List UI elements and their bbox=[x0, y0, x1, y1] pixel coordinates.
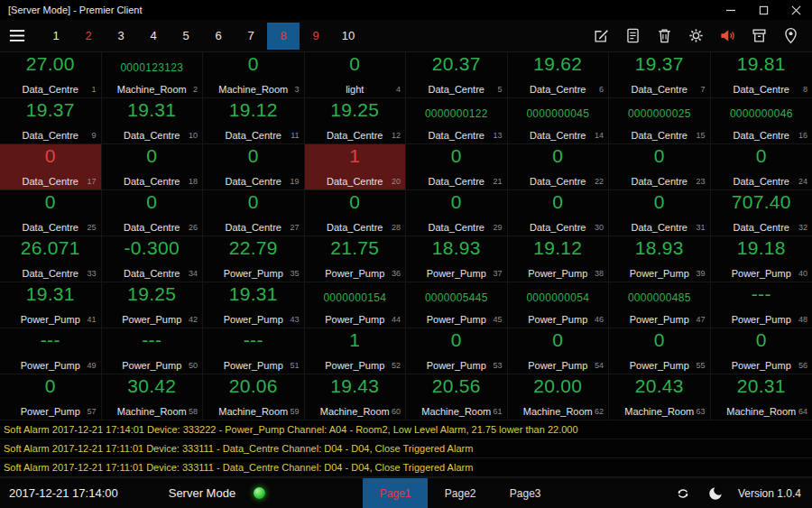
channel-tile[interactable]: 0000000154Power_Pump44 bbox=[305, 282, 407, 328]
channel-tile[interactable]: 0light4 bbox=[305, 52, 407, 98]
channel-tile[interactable]: 0000000054Power_Pump46 bbox=[508, 282, 610, 328]
maximize-button[interactable] bbox=[747, 0, 780, 20]
channel-tile[interactable]: 20.06Machine_Room59 bbox=[203, 374, 305, 420]
report-icon[interactable] bbox=[624, 27, 641, 44]
tab-page1[interactable]: Page1 bbox=[363, 478, 428, 508]
channel-tile[interactable]: 0000000046Data_Centre16 bbox=[711, 98, 812, 144]
tab-page3[interactable]: Page3 bbox=[493, 478, 558, 508]
channel-tile[interactable]: 0000005445Power_Pump45 bbox=[406, 282, 508, 328]
channel-tile[interactable]: 0Data_Centre30 bbox=[508, 190, 610, 236]
channel-tile[interactable]: 0Data_Centre29 bbox=[406, 190, 508, 236]
page-number-button[interactable]: 3 bbox=[105, 23, 137, 50]
channel-tile[interactable]: 20.37Data_Centre5 bbox=[406, 52, 508, 98]
channel-tile[interactable]: 19.25Power_Pump42 bbox=[102, 282, 204, 328]
edit-icon[interactable] bbox=[593, 27, 610, 44]
tile-index: 22 bbox=[595, 177, 604, 186]
night-mode-icon[interactable] bbox=[707, 485, 724, 502]
sync-icon[interactable] bbox=[674, 485, 692, 503]
channel-tile[interactable]: 0Data_Centre17 bbox=[0, 144, 102, 190]
page-number-button[interactable]: 10 bbox=[332, 23, 364, 50]
channel-tile[interactable]: 19.18Power_Pump40 bbox=[711, 236, 812, 282]
channel-tile[interactable]: 19.37Data_Centre7 bbox=[609, 52, 711, 98]
channel-tile[interactable]: 19.31Data_Centre10 bbox=[102, 98, 204, 144]
channel-tile[interactable]: ---Power_Pump49 bbox=[0, 328, 102, 374]
channel-tile[interactable]: 1Power_Pump52 bbox=[305, 328, 407, 374]
channel-tile[interactable]: 19.12Data_Centre11 bbox=[203, 98, 305, 144]
channel-tile[interactable]: 0Power_Pump56 bbox=[711, 328, 812, 374]
channel-tile[interactable]: 19.43Machine_Room60 bbox=[305, 374, 407, 420]
tile-value: 19.31 bbox=[203, 283, 304, 305]
channel-tile[interactable]: 20.31Machine_Room64 bbox=[711, 374, 812, 420]
channel-tile[interactable]: 0Data_Centre21 bbox=[406, 144, 508, 190]
channel-tile[interactable]: 0Data_Centre25 bbox=[0, 190, 102, 236]
channel-tile[interactable]: 19.12Power_Pump38 bbox=[508, 236, 610, 282]
channel-tile[interactable]: 0Data_Centre18 bbox=[102, 144, 204, 190]
channel-tile[interactable]: 27.00Data_Centre1 bbox=[0, 52, 102, 98]
channel-tile[interactable]: -0.300Data_Centre34 bbox=[102, 236, 204, 282]
channel-tile[interactable]: 0Power_Pump57 bbox=[0, 374, 102, 420]
channel-tile[interactable]: 20.43Machine_Room63 bbox=[609, 374, 711, 420]
page-number-button[interactable]: 9 bbox=[300, 23, 332, 50]
channel-tile[interactable]: 22.79Power_Pump35 bbox=[203, 236, 305, 282]
page-number-button[interactable]: 8 bbox=[267, 23, 300, 50]
hamburger-menu-icon[interactable] bbox=[0, 29, 34, 42]
channel-tile[interactable]: 0000000025Data_Centre15 bbox=[609, 98, 711, 144]
channel-tile[interactable]: 30.42Machine_Room58 bbox=[102, 374, 204, 420]
tile-label: Data_Centre bbox=[711, 130, 812, 141]
delete-icon[interactable] bbox=[656, 27, 673, 44]
audio-alarm-icon[interactable] bbox=[719, 27, 736, 44]
tile-index: 54 bbox=[595, 361, 604, 370]
channel-tile[interactable]: 0Power_Pump53 bbox=[406, 328, 508, 374]
channel-tile[interactable]: 19.25Data_Centre12 bbox=[305, 98, 407, 144]
tile-label: Power_Pump bbox=[406, 268, 507, 279]
channel-tile[interactable]: 19.31Power_Pump41 bbox=[0, 282, 102, 328]
channel-tile[interactable]: 0Machine_Room3 bbox=[203, 52, 305, 98]
page-number-button[interactable]: 2 bbox=[72, 23, 105, 50]
channel-tile[interactable]: 1Data_Centre20 bbox=[305, 144, 407, 190]
tile-value: 19.31 bbox=[102, 99, 203, 121]
channel-tile[interactable]: 0Power_Pump55 bbox=[609, 328, 711, 374]
tab-page2[interactable]: Page2 bbox=[428, 478, 493, 508]
toolbar: 12345678910 bbox=[0, 20, 812, 52]
page-number-button[interactable]: 1 bbox=[40, 23, 72, 50]
channel-tile[interactable]: 0Data_Centre22 bbox=[508, 144, 610, 190]
channel-tile[interactable]: 0Data_Centre26 bbox=[102, 190, 204, 236]
location-icon[interactable] bbox=[782, 27, 799, 44]
channel-tile[interactable]: 0000000485Power_Pump47 bbox=[609, 282, 711, 328]
tile-index: 35 bbox=[290, 269, 299, 278]
channel-tile[interactable]: 0000000045Data_Centre14 bbox=[508, 98, 610, 144]
channel-tile[interactable]: 0Data_Centre27 bbox=[203, 190, 305, 236]
channel-tile[interactable]: 0Data_Centre28 bbox=[305, 190, 407, 236]
tile-label: Data_Centre bbox=[0, 84, 101, 95]
channel-tile[interactable]: 0Data_Centre23 bbox=[609, 144, 711, 190]
channel-tile[interactable]: 0Data_Centre31 bbox=[609, 190, 711, 236]
minimize-button[interactable] bbox=[715, 0, 747, 20]
page-number-button[interactable]: 5 bbox=[170, 23, 202, 50]
channel-tile[interactable]: 18.93Power_Pump39 bbox=[609, 236, 711, 282]
page-number-button[interactable]: 6 bbox=[202, 23, 235, 50]
channel-tile[interactable]: 0Data_Centre24 bbox=[711, 144, 812, 190]
tile-index: 53 bbox=[493, 361, 502, 370]
channel-tile[interactable]: 19.81Data_Centre8 bbox=[711, 52, 812, 98]
channel-tile[interactable]: 20.56Machine_Room61 bbox=[406, 374, 508, 420]
settings-icon[interactable] bbox=[687, 27, 705, 44]
channel-tile[interactable]: 20.00Machine_Room62 bbox=[508, 374, 610, 420]
channel-tile[interactable]: 21.75Power_Pump36 bbox=[305, 236, 407, 282]
channel-tile[interactable]: 0000123123Machine_Room2 bbox=[102, 52, 204, 98]
channel-tile[interactable]: 0Data_Centre19 bbox=[203, 144, 305, 190]
channel-tile[interactable]: 19.31Power_Pump43 bbox=[203, 282, 305, 328]
channel-tile[interactable]: ---Power_Pump51 bbox=[203, 328, 305, 374]
page-number-button[interactable]: 4 bbox=[137, 23, 170, 50]
channel-tile[interactable]: 19.62Data_Centre6 bbox=[508, 52, 610, 98]
channel-tile[interactable]: ---Power_Pump50 bbox=[102, 328, 204, 374]
channel-tile[interactable]: 0000000122Data_Centre13 bbox=[406, 98, 508, 144]
channel-tile[interactable]: 0Power_Pump54 bbox=[508, 328, 610, 374]
page-number-button[interactable]: 7 bbox=[235, 23, 267, 50]
channel-tile[interactable]: ---Power_Pump48 bbox=[711, 282, 812, 328]
channel-tile[interactable]: 26.071Data_Centre33 bbox=[0, 236, 102, 282]
channel-tile[interactable]: 19.37Data_Centre9 bbox=[0, 98, 102, 144]
channel-tile[interactable]: 707.40Data_Centre32 bbox=[711, 190, 812, 236]
close-button[interactable] bbox=[780, 0, 812, 20]
channel-tile[interactable]: 18.93Power_Pump37 bbox=[406, 236, 508, 282]
clear-alarm-icon[interactable] bbox=[751, 27, 768, 44]
